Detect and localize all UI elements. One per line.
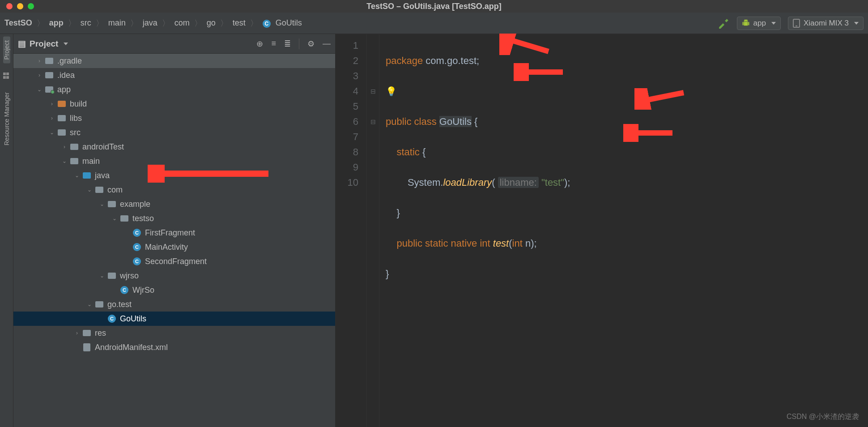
tree-item[interactable]: ›.idea [13,68,335,82]
fold-handle-icon[interactable]: ⊟ [367,114,379,129]
chevron-down-icon[interactable]: ⌄ [110,211,119,226]
class-icon: C [263,20,271,28]
keyword: native [451,238,477,249]
chevron-down-icon[interactable] [64,43,68,45]
folder-icon [44,72,55,78]
minimize-window-icon[interactable] [17,3,23,9]
maximize-window-icon[interactable] [28,3,34,9]
chevron-right-icon: 〉 [96,18,104,29]
chevron-down-icon[interactable]: ⌄ [60,154,69,168]
gear-icon[interactable]: ⚙ [307,39,315,49]
mac-titlebar: TestSO – GoUtils.java [TestSO.app] [0,0,868,13]
expand-all-icon[interactable]: ≡ [271,39,276,48]
crumb-item[interactable]: test [233,18,246,28]
spacer [367,99,379,114]
tree-item[interactable]: ›res [13,326,335,340]
chevron-right-icon[interactable]: › [72,326,81,340]
method-name: test [493,238,509,249]
tree-item-label: testso [132,211,154,226]
chevron-right-icon[interactable]: › [35,68,44,82]
crumb-item[interactable]: C GoUtils [263,18,302,28]
watermark: CSDN @小米渣的逆袭 [787,412,859,422]
chevron-down-icon[interactable]: ⌄ [85,297,94,312]
tree-item[interactable]: CFirstFragment [13,226,335,240]
tree-item[interactable]: ⌄wjrso [13,269,335,283]
tree-item[interactable]: ›libs [13,111,335,125]
chevron-right-icon[interactable]: › [47,97,56,111]
resource-manager-tool-button[interactable]: Resource Manager [3,89,10,149]
tree-item-label: SecondFragment [145,254,207,269]
tree-item[interactable]: ›build [13,97,335,111]
spacer [367,129,379,145]
fold-handle-icon[interactable]: ⊟ [367,84,379,99]
chevron-down-icon[interactable]: ⌄ [98,197,106,211]
chevron-down-icon[interactable]: ⌄ [47,125,56,140]
crumb-item[interactable]: com [174,18,190,28]
tree-item[interactable]: ⌄java [13,168,335,183]
tree-item[interactable]: ⌄example [13,197,335,211]
code-text: } [386,268,389,279]
tree-item-label: MainActivity [145,240,188,254]
tree-item[interactable]: ⌄main [13,154,335,168]
window-title: TestSO – GoUtils.java [TestSO.app] [366,2,501,11]
tree-item[interactable]: ⌄com [13,183,335,197]
tree-item[interactable]: ⌄src [13,125,335,140]
chevron-right-icon[interactable]: › [47,111,56,125]
chevron-right-icon: 〉 [220,18,228,29]
hide-panel-icon[interactable]: — [323,39,331,48]
keyword: static [425,238,448,249]
chevron-down-icon [854,22,859,25]
chevron-right-icon[interactable]: › [60,140,69,154]
tree-item-label: java [95,168,110,183]
parameter-hint: libname: [498,177,539,188]
crumb-item[interactable]: app [49,18,64,28]
tree-item[interactable]: ⌄testso [13,211,335,226]
tree-item[interactable]: ⌄go.test [13,297,335,312]
crumb-item[interactable]: src [81,18,91,28]
crumb-item[interactable]: TestSO [4,18,32,28]
tree-item[interactable]: CSecondFragment [13,254,335,269]
select-opened-file-icon[interactable]: ⊕ [256,39,263,49]
device-dropdown[interactable]: Xiaomi MIX 3 [788,17,864,30]
tree-item[interactable]: CWjrSo [13,283,335,297]
class-icon: C [106,315,117,323]
fold-gutter: ⊟⊟ [367,34,379,427]
project-view-icon: ▤ [18,38,26,49]
code-editor[interactable]: package com.go.test; 💡 public class GoUt… [379,34,868,427]
project-tree[interactable]: ›.gradle›.idea⌄app›build›libs⌄src›androi… [13,54,335,427]
tree-item-label: WjrSo [132,283,154,297]
crumb-item[interactable]: main [108,18,126,28]
editor-area: CMainActivity.java✕CGoUtils.java✕CWjrSo.… [336,34,868,427]
keyword: int [512,238,523,249]
tree-item[interactable]: CGoUtils [13,312,335,326]
folder-icon [81,330,92,336]
run-configuration-dropdown[interactable]: app [737,17,781,30]
tree-item-label: FirstFragment [145,226,195,240]
left-tool-rail: Project Resource Manager [0,34,13,427]
tree-item[interactable]: ⌄app [13,82,335,97]
collapse-all-icon[interactable]: ≣ [284,39,291,49]
tree-item[interactable]: ›androidTest [13,140,335,154]
chevron-right-icon[interactable]: › [35,54,44,68]
chevron-right-icon: 〉 [130,18,138,29]
folder-icon [44,58,55,64]
project-panel-title[interactable]: Project [30,39,58,49]
tree-item[interactable]: AndroidManifest.xml [13,340,335,354]
xml-file-icon [81,343,92,351]
bulb-icon[interactable]: 💡 [386,86,397,96]
chevron-down-icon[interactable]: ⌄ [85,183,94,197]
tree-item[interactable]: CMainActivity [13,240,335,254]
chevron-right-icon: 〉 [68,18,76,29]
tree-item-label: .gradle [57,54,82,68]
chevron-down-icon[interactable]: ⌄ [35,82,44,97]
code-text: } [396,207,400,218]
project-tool-button[interactable]: Project [3,37,10,64]
crumb-item[interactable]: java [143,18,157,28]
build-icon[interactable] [718,17,730,29]
tree-item-label: example [120,197,150,211]
crumb-item[interactable]: go [207,18,216,28]
close-window-icon[interactable] [6,3,13,9]
tree-item[interactable]: ›.gradle [13,54,335,68]
chevron-down-icon[interactable]: ⌄ [98,269,106,283]
chevron-down-icon[interactable]: ⌄ [72,168,81,183]
